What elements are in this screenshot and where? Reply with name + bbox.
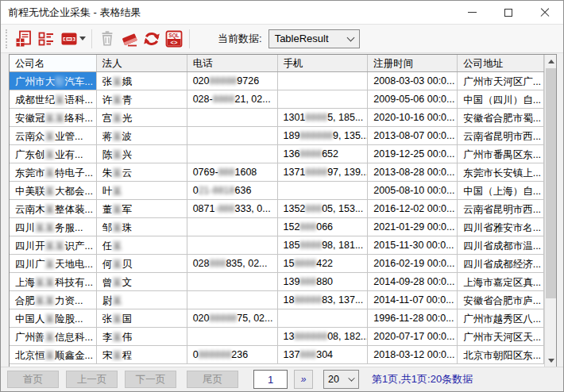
table-cell[interactable]: 四川广某天地电... [10,255,97,272]
table-cell[interactable]: 四川开某某识产... [10,236,97,254]
table-cell[interactable]: 北京市朝阳区东... [458,346,544,363]
table-cell[interactable]: 139888880 [278,273,369,290]
table-cell[interactable]: 185888898, 181... [278,236,369,254]
table-cell[interactable] [278,72,369,90]
table-cell[interactable]: 1371888897, 139... [278,163,369,181]
table-cell[interactable]: 2019-12-25 00:0... [368,145,458,163]
table-cell[interactable]: 成都世纪某语科... [10,90,97,108]
table-cell[interactable]: 董某军 [97,200,187,217]
go-to-page-button[interactable]: » [294,370,313,389]
table-cell[interactable]: 何某贝 [97,255,187,272]
table-cell[interactable]: 2005-08-10 00:0... [368,182,458,199]
table-cell[interactable]: 广东创某业有... [10,145,97,163]
scroll-up-button[interactable] [545,55,557,67]
table-cell[interactable] [187,145,278,163]
table-cell[interactable]: 2016-12-02 00:0... [368,200,458,217]
table-cell[interactable]: 028888835, 02... [187,255,278,272]
column-header[interactable]: 电话 [187,55,278,71]
table-cell[interactable] [187,218,278,236]
table-columns-button[interactable] [57,28,87,50]
table-cell[interactable]: 1996-11-28 00:0... [368,309,458,327]
table-cell[interactable] [187,127,278,144]
table-cell[interactable] [187,291,278,309]
column-header[interactable]: 注册时间 [368,55,458,71]
table-cell[interactable] [278,182,369,199]
table-cell[interactable]: 张某娥 [97,72,187,90]
column-header[interactable]: 法人 [97,55,187,71]
table-cell[interactable]: 云南众某业管... [10,127,97,144]
last-page-button[interactable]: 尾页 [187,371,238,388]
table-cell[interactable]: 叶某 [97,182,187,199]
table-cell[interactable]: 1388888808, 182... [278,328,369,345]
table-cell[interactable]: 188888883, 137... [278,291,369,309]
table-cell[interactable]: 四川省雅安市名... [458,218,544,236]
table-cell[interactable] [278,90,369,108]
close-button[interactable] [527,1,563,24]
table-cell[interactable]: 130188885, 185... [278,109,369,126]
table-cell[interactable]: 广州善某信息科... [10,328,97,345]
scroll-down-button[interactable] [545,354,557,367]
table-cell[interactable]: 北京恒某顺鑫金... [10,346,97,363]
next-page-button[interactable]: 下一页 [125,371,176,388]
table-cell[interactable]: 邹某珠 [97,218,187,236]
maximize-button[interactable] [490,1,527,24]
table-cell[interactable]: 0208888875, 02... [187,309,278,327]
table-cell[interactable]: 0888888236 [187,346,278,363]
table-cell[interactable]: 135288805, 153... [278,200,369,217]
table-cell[interactable]: 028-888821, 02... [187,90,278,108]
table-cell[interactable]: 2016-02-19 00:0... [368,255,458,272]
table-cell[interactable]: 蒋某波 [97,127,187,144]
table-cell[interactable] [187,273,278,290]
table-cell[interactable]: 安徽冠某某络科... [10,109,97,126]
table-cell[interactable]: 2018-03-12 00:0... [368,346,458,363]
table-cell[interactable]: 四川省成都市温... [458,236,544,254]
form-view-button[interactable] [35,28,57,50]
table-cell[interactable]: 上海某某科技有... [10,273,97,290]
table-cell[interactable]: 中国（四川）自... [458,90,544,108]
column-header[interactable]: 公司名 [10,55,97,71]
dataset-select[interactable]: TableResult [268,29,360,48]
eraser-button[interactable] [118,28,141,50]
table-cell[interactable]: 广州市天河区天... [458,328,544,345]
table-cell[interactable]: 任某 [97,236,187,254]
table-cell[interactable]: 安徽省合肥市庐... [458,291,544,309]
table-cell[interactable]: 四川省成都经济... [458,255,544,272]
table-cell[interactable]: 合肥某某力资... [10,291,97,309]
table-cell[interactable]: 2013-08-28 00:0... [368,163,458,181]
prev-page-button[interactable]: 上一页 [66,371,118,388]
scrollbar-thumb[interactable] [546,68,556,298]
table-cell[interactable]: 云南省昆明市西... [458,127,544,144]
table-cell[interactable]: 宋某程 [97,346,187,363]
table-cell[interactable]: 云南木某整体装... [10,200,97,217]
refresh-button[interactable] [141,28,163,50]
table-cell[interactable]: 中美联某大都会... [10,182,97,199]
table-cell[interactable]: 152888066 [278,218,369,236]
table-cell[interactable]: 2020-07-17 00:0... [368,328,458,345]
table-cell[interactable]: 158888422 [278,255,369,272]
page-number-input[interactable] [253,370,288,389]
table-cell[interactable]: 137888304 [278,346,369,363]
table-cell[interactable]: 陈某兴 [97,145,187,163]
table-cell[interactable]: 1368888652 [278,145,369,163]
table-cell[interactable]: 广州市越秀区八... [458,309,544,327]
table-cell[interactable]: 许某青 [97,90,187,108]
table-cell[interactable]: 云南省昆明市西... [458,200,544,217]
table-cell[interactable]: 李某伟 [97,328,187,345]
table-cell[interactable]: 2014-09-28 00:0... [368,273,458,290]
table-cell[interactable]: 2009-05-06 00:0... [368,90,458,108]
table-cell[interactable]: 2020-10-16 00:0... [368,109,458,126]
export-data-button[interactable] [13,28,35,50]
table-cell[interactable]: 东莞市某特电子... [10,163,97,181]
table-cell[interactable]: 广州市大型汽车... [10,72,97,90]
sql-button[interactable]: SQL <> [163,28,185,50]
table-cell[interactable]: 广州市天河区广... [458,72,544,90]
table-cell[interactable]: 东莞市长安镇上... [458,163,544,181]
table-cell[interactable]: 朱某云 [97,163,187,181]
minimize-button[interactable] [454,1,490,24]
vertical-scrollbar[interactable] [544,55,556,367]
table-cell[interactable]: 2021-01-29 00:0... [368,218,458,236]
table-cell[interactable] [187,236,278,254]
page-size-select[interactable]: 20 [323,370,359,389]
table-cell[interactable]: 0769-8881608 [187,163,278,181]
table-cell[interactable]: 2013-08-07 00:0... [368,127,458,144]
